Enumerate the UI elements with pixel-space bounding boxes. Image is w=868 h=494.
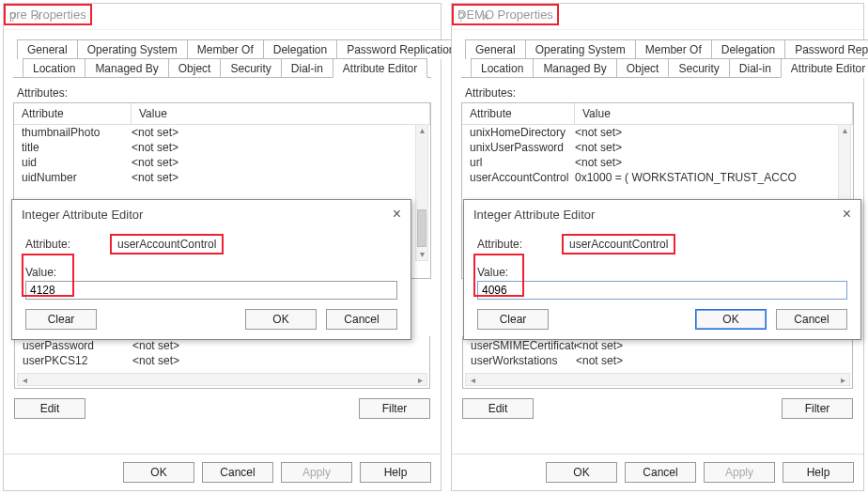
table-row[interactable]: uid <not set> xyxy=(14,155,430,170)
col-attribute[interactable]: Attribute xyxy=(14,103,132,124)
attribute-label: Attribute: xyxy=(477,238,562,251)
table-row[interactable]: userAccountControl 0x1000 = ( WORKSTATIO… xyxy=(462,170,853,185)
table-row[interactable]: title <not set> xyxy=(14,140,430,155)
attribute-name: userAccountControl xyxy=(110,234,224,255)
value-input[interactable] xyxy=(25,281,397,300)
titlebar: pre Properties ? × xyxy=(4,4,441,30)
dialog-footer: OK Cancel Apply Help xyxy=(4,454,441,490)
scroll-left-icon[interactable]: ◂ xyxy=(466,375,479,385)
ok-button[interactable]: OK xyxy=(546,462,617,483)
tab-object[interactable]: Object xyxy=(616,58,670,78)
scroll-down-icon[interactable]: ▾ xyxy=(416,249,427,260)
scroll-up-icon[interactable]: ▴ xyxy=(416,125,427,136)
table-row[interactable]: userPassword <not set> xyxy=(15,338,429,353)
value-label: Value: xyxy=(25,266,56,279)
tab-object[interactable]: Object xyxy=(168,58,222,78)
attributes-grid-continued: userSMIMECertificate <not set> userWorks… xyxy=(462,336,853,419)
tab-member-of[interactable]: Member Of xyxy=(635,39,712,59)
table-row[interactable]: userSMIMECertificate <not set> xyxy=(463,338,852,353)
table-row[interactable]: userPKCS12 <not set> xyxy=(15,353,429,368)
dialog-footer: OK Cancel Apply Help xyxy=(452,454,863,490)
horizontal-scrollbar[interactable]: ◂ ▸ xyxy=(465,373,850,386)
attributes-grid-continued: userPassword <not set> userPKCS12 <not s… xyxy=(14,336,430,419)
dialog-body: General Operating System Member Of Deleg… xyxy=(452,30,863,454)
tab-strip: General Operating System Member Of Deleg… xyxy=(13,39,431,81)
integer-attribute-editor-dialog: Integer Attribute Editor × Attribute: us… xyxy=(11,199,411,340)
attributes-label: Attributes: xyxy=(17,86,431,100)
help-button[interactable]: Help xyxy=(360,462,431,483)
tab-attribute-editor[interactable]: Attribute Editor xyxy=(781,58,868,78)
apply-button[interactable]: Apply xyxy=(704,462,775,483)
scroll-up-icon[interactable]: ▴ xyxy=(839,125,850,136)
scroll-thumb[interactable] xyxy=(417,209,426,247)
col-value[interactable]: Value xyxy=(132,103,430,124)
integer-attribute-editor-dialog: Integer Attribute Editor × Attribute: us… xyxy=(463,199,861,340)
attributes-label: Attributes: xyxy=(465,86,854,100)
modal-title: Integer Attribute Editor xyxy=(22,208,143,222)
tab-managed-by[interactable]: Managed By xyxy=(533,58,616,78)
tab-operating-system[interactable]: Operating System xyxy=(525,39,636,59)
vertical-scrollbar[interactable]: ▴ ▾ xyxy=(415,124,428,261)
tab-operating-system[interactable]: Operating System xyxy=(77,39,188,59)
value-label: Value: xyxy=(477,266,508,279)
properties-dialog-left: pre Properties ? × General Operating Sys… xyxy=(3,3,442,491)
scroll-right-icon[interactable]: ▸ xyxy=(413,375,426,385)
properties-dialog-right: DEMO Properties ? × General Operating Sy… xyxy=(451,3,864,491)
ok-button[interactable]: OK xyxy=(245,309,317,330)
close-icon[interactable]: × xyxy=(393,206,401,223)
modal-title: Integer Attribute Editor xyxy=(473,208,595,222)
close-icon[interactable]: × xyxy=(843,206,851,223)
tab-general[interactable]: General xyxy=(465,39,526,59)
ok-button[interactable]: OK xyxy=(123,462,194,483)
window-title: DEMO Properties xyxy=(452,4,559,25)
tab-password-replication[interactable]: Password Replication xyxy=(784,39,868,59)
cancel-button[interactable]: Cancel xyxy=(625,462,696,483)
table-row[interactable]: userWorkstations <not set> xyxy=(463,353,852,368)
tab-dialin[interactable]: Dial-in xyxy=(729,58,782,78)
tab-security[interactable]: Security xyxy=(668,58,729,78)
scroll-right-icon[interactable]: ▸ xyxy=(836,375,849,385)
filter-button[interactable]: Filter xyxy=(359,398,430,419)
clear-button[interactable]: Clear xyxy=(477,309,549,330)
tab-security[interactable]: Security xyxy=(220,58,281,78)
tab-password-replication[interactable]: Password Replication xyxy=(336,39,465,59)
dialog-body: General Operating System Member Of Deleg… xyxy=(4,30,441,454)
tab-dialin[interactable]: Dial-in xyxy=(281,58,333,78)
window-title: pre Properties xyxy=(4,4,92,25)
cancel-button[interactable]: Cancel xyxy=(326,309,397,330)
table-row[interactable]: thumbnailPhoto <not set> xyxy=(14,125,430,140)
col-value[interactable]: Value xyxy=(575,103,853,124)
apply-button[interactable]: Apply xyxy=(281,462,352,483)
table-row[interactable]: url <not set> xyxy=(462,155,853,170)
scroll-left-icon[interactable]: ◂ xyxy=(18,375,31,385)
tab-location[interactable]: Location xyxy=(23,58,85,78)
filter-button[interactable]: Filter xyxy=(782,398,853,419)
edit-button[interactable]: Edit xyxy=(462,398,534,419)
tab-delegation[interactable]: Delegation xyxy=(711,39,785,59)
table-row[interactable]: uidNumber <not set> xyxy=(14,170,430,185)
tab-member-of[interactable]: Member Of xyxy=(187,39,264,59)
ok-button[interactable]: OK xyxy=(695,309,767,330)
tab-delegation[interactable]: Delegation xyxy=(263,39,337,59)
grid-header: Attribute Value xyxy=(14,103,430,125)
help-button[interactable]: Help xyxy=(783,462,854,483)
table-row[interactable]: unixUserPassword <not set> xyxy=(462,140,853,155)
edit-button[interactable]: Edit xyxy=(14,398,85,419)
clear-button[interactable]: Clear xyxy=(25,309,97,330)
attribute-name: userAccountControl xyxy=(562,234,675,255)
horizontal-scrollbar[interactable]: ◂ ▸ xyxy=(17,373,427,386)
cancel-button[interactable]: Cancel xyxy=(776,309,847,330)
titlebar: DEMO Properties ? × xyxy=(452,4,863,30)
grid-header: Attribute Value xyxy=(462,103,853,125)
cancel-button[interactable]: Cancel xyxy=(202,462,273,483)
tab-attribute-editor[interactable]: Attribute Editor xyxy=(333,58,427,78)
attribute-label: Attribute: xyxy=(25,238,110,251)
tab-location[interactable]: Location xyxy=(471,58,534,78)
table-row[interactable]: unixHomeDirectory <not set> xyxy=(462,125,853,140)
tab-managed-by[interactable]: Managed By xyxy=(85,58,168,78)
tab-strip: General Operating System Member Of Deleg… xyxy=(461,39,854,81)
tab-general[interactable]: General xyxy=(17,39,78,59)
value-input[interactable] xyxy=(477,281,847,300)
col-attribute[interactable]: Attribute xyxy=(462,103,575,124)
